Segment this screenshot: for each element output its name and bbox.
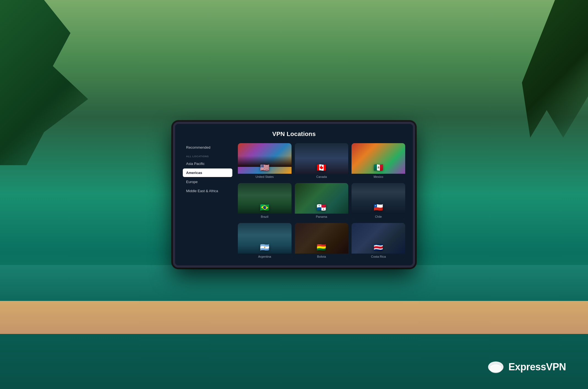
flag-bolivia: 🇧🇴 <box>317 243 326 252</box>
tv-frame: VPN Locations Recommended ALL LOCATIONS … <box>173 122 415 268</box>
card-bg-panama: 🇵🇦 <box>295 183 349 214</box>
card-bg-chile: 🇨🇱 <box>352 183 405 214</box>
card-label-mexico: Mexico <box>352 174 405 180</box>
card-label-costa-rica: Costa Rica <box>352 254 405 260</box>
card-bg-brazil: 🇧🇷 <box>238 183 292 214</box>
card-label-argentina: Argentina <box>238 254 292 260</box>
location-card-brazil[interactable]: 🇧🇷 Brazil <box>238 183 292 220</box>
card-label-bolivia: Bolivia <box>295 254 349 260</box>
card-bg-canada: 🇨🇦 <box>295 143 349 174</box>
location-card-united-states[interactable]: 🇺🇸 United States <box>238 143 292 180</box>
sidebar-item-recommended[interactable]: Recommended <box>183 143 232 152</box>
main-content: Recommended ALL LOCATIONS Asia Pacific A… <box>183 143 405 260</box>
card-label-chile: Chile <box>352 214 405 220</box>
expressvpn-icon <box>488 359 504 375</box>
location-card-bolivia[interactable]: 🇧🇴 Bolivia <box>295 223 349 260</box>
sidebar-item-europe[interactable]: Europe <box>183 178 232 186</box>
card-image-argentina: 🇦🇷 <box>238 223 292 254</box>
sidebar-item-asia-pacific[interactable]: Asia Pacific <box>183 159 232 168</box>
flag-brazil: 🇧🇷 <box>260 203 270 212</box>
flag-argentina: 🇦🇷 <box>260 243 270 252</box>
tv-screen: VPN Locations Recommended ALL LOCATIONS … <box>175 124 413 265</box>
sidebar: Recommended ALL LOCATIONS Asia Pacific A… <box>183 143 232 260</box>
all-locations-label: ALL LOCATIONS <box>183 152 232 159</box>
sidebar-item-middle-east-africa[interactable]: Middle East & Africa <box>183 187 232 195</box>
location-card-mexico[interactable]: 🇲🇽 Mexico <box>352 143 405 180</box>
flag-united-states: 🇺🇸 <box>260 163 270 172</box>
flag-panama: 🇵🇦 <box>317 203 326 212</box>
flag-chile: 🇨🇱 <box>374 203 383 212</box>
card-image-mexico: 🇲🇽 <box>352 143 405 174</box>
card-image-chile: 🇨🇱 <box>352 183 405 214</box>
card-bg-mexico: 🇲🇽 <box>352 143 405 174</box>
card-image-brazil: 🇧🇷 <box>238 183 292 214</box>
page-title: VPN Locations <box>183 130 405 138</box>
card-image-costa-rica: 🇨🇷 <box>352 223 405 254</box>
location-grid: 🇺🇸 United States 🇨🇦 Canada <box>238 143 405 260</box>
sidebar-item-americas[interactable]: Americas <box>183 168 232 177</box>
card-image-canada: 🇨🇦 <box>295 143 349 174</box>
location-card-canada[interactable]: 🇨🇦 Canada <box>295 143 349 180</box>
card-label-united-states: United States <box>238 174 292 180</box>
card-image-united-states: 🇺🇸 <box>238 143 292 174</box>
expressvpn-label: ExpressVPN <box>508 361 566 373</box>
card-bg-argentina: 🇦🇷 <box>238 223 292 254</box>
card-image-bolivia: 🇧🇴 <box>295 223 349 254</box>
card-label-canada: Canada <box>295 174 349 180</box>
location-card-panama[interactable]: 🇵🇦 Panama <box>295 183 349 220</box>
flag-mexico: 🇲🇽 <box>374 163 383 172</box>
card-label-panama: Panama <box>295 214 349 220</box>
card-bg-bolivia: 🇧🇴 <box>295 223 349 254</box>
card-label-brazil: Brazil <box>238 214 292 220</box>
location-card-costa-rica[interactable]: 🇨🇷 Costa Rica <box>352 223 405 260</box>
palm-trees-right <box>505 0 588 138</box>
palm-trees-left <box>0 0 88 165</box>
beach-area <box>0 301 588 334</box>
card-bg-united-states: 🇺🇸 <box>238 143 292 174</box>
location-card-chile[interactable]: 🇨🇱 Chile <box>352 183 405 220</box>
flag-canada: 🇨🇦 <box>317 163 326 172</box>
card-bg-costa-rica: 🇨🇷 <box>352 223 405 254</box>
expressvpn-logo: ExpressVPN <box>488 359 566 375</box>
card-image-panama: 🇵🇦 <box>295 183 349 214</box>
location-card-argentina[interactable]: 🇦🇷 Argentina <box>238 223 292 260</box>
flag-costa-rica: 🇨🇷 <box>374 243 383 252</box>
